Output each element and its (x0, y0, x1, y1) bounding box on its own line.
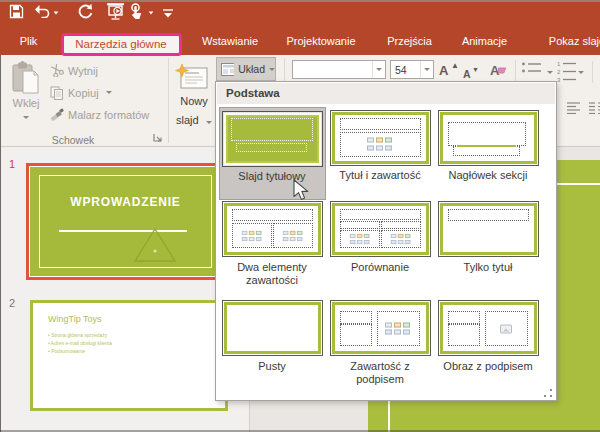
copy-dropdown-caret (106, 91, 112, 94)
tab-projektowanie[interactable]: Projektowanie (276, 30, 366, 53)
title-bar: PlikNarzędzia główneWstawianieProjektowa… (0, 0, 600, 55)
mini-slide-face (332, 302, 429, 354)
mini-slide-face (224, 113, 321, 165)
layout-label: Tytuł i zawartość (327, 169, 434, 182)
layout-option-blank[interactable]: Pusty (219, 297, 326, 373)
tab-pokaz-slajdów[interactable]: Pokaz slajdów (536, 30, 600, 53)
copy-button[interactable]: Kopiuj (50, 85, 112, 100)
new-slide-caret (206, 121, 212, 124)
undo-dropdown[interactable] (53, 3, 59, 23)
font-size-caret[interactable] (420, 61, 433, 78)
placeholder-dash-box (448, 122, 526, 146)
layout-thumbnail (438, 201, 539, 257)
placeholder-dash-box (340, 118, 421, 130)
paste-button[interactable]: Wklej (4, 58, 48, 128)
content-placeholder-icons (349, 234, 369, 244)
layout-option-title-only[interactable]: Tylko tytuł (435, 198, 542, 274)
align-text-icon[interactable] (565, 101, 582, 114)
layout-label: Porównanie (327, 261, 434, 274)
slide-2-title: WingTip Toys (48, 314, 102, 324)
increase-font-button[interactable]: A▲ (439, 61, 459, 78)
mini-slide-face (224, 203, 321, 255)
touch-mode-button[interactable] (129, 3, 144, 23)
format-painter-button[interactable]: Malarz formatów (50, 107, 149, 122)
layout-option-section[interactable]: Nagłówek sekcji (435, 107, 542, 183)
font-name-caret[interactable] (372, 61, 385, 78)
slide-1-thumbnail[interactable]: WPROWADZENIE (26, 163, 225, 280)
numbering-icon: 1 2 3 (557, 60, 579, 82)
undo-button[interactable] (35, 3, 50, 23)
layout-option-title-content[interactable]: Tytuł i zawartość (327, 107, 434, 183)
touch-mode-dropdown[interactable] (148, 3, 154, 23)
placeholder-dash-box (340, 311, 372, 324)
content-placeholder-icons (385, 322, 411, 335)
redo-icon (76, 3, 92, 23)
layout-option-two-content[interactable]: Dwa elementyzawartości (219, 198, 326, 287)
tab-plik[interactable]: Plik (8, 30, 49, 53)
placeholder-dash-box (381, 230, 421, 248)
save-button[interactable] (9, 3, 24, 23)
content-placeholder-icons (282, 230, 302, 240)
placeholder-dash-box (377, 311, 420, 346)
group-separator (168, 58, 169, 143)
placeholder-dash-box (340, 230, 380, 248)
layout-label: Obraz z podpisem (435, 360, 542, 373)
save-icon (9, 4, 24, 23)
svg-text:1: 1 (557, 61, 561, 67)
placeholder-dash-box (448, 311, 480, 324)
layout-option-content-caption[interactable]: Zawartość zpodpisem (327, 297, 434, 386)
layout-option-picture-caption[interactable]: Obraz z podpisem (435, 297, 542, 373)
placeholder-dash-box (232, 223, 272, 248)
clipboard-dialog-launcher-icon[interactable] (153, 133, 163, 143)
dropdown-resize-grip[interactable] (544, 389, 552, 397)
grip-dot (544, 395, 546, 397)
format-painter-icon (50, 108, 65, 122)
placeholder-dash-box (340, 221, 380, 229)
slide-2-bullets: • Strona główna sprzedaży • Adres e-mail… (48, 331, 112, 355)
tab-animacje[interactable]: Animacje (452, 30, 517, 53)
decrease-font-button[interactable]: A▼ (463, 64, 481, 78)
slide-1-green-background: WPROWADZENIE (30, 167, 221, 276)
copy-icon (50, 86, 64, 100)
layout-button[interactable]: Układ (216, 57, 276, 81)
layout-gallery-dropdown: Podstawa Slajd tytułowyTytuł i zawartość… (215, 81, 557, 401)
layout-label: Tylko tytuł (435, 261, 542, 274)
caret-down-icon (54, 11, 59, 14)
tab-narzędzia-główne[interactable]: Narzędzia główne (61, 33, 182, 57)
triangle-shape (133, 227, 177, 263)
layout-thumbnail (330, 201, 431, 257)
group-separator (515, 60, 516, 82)
undo-icon (35, 4, 50, 22)
content-placeholder-icons (390, 234, 410, 244)
tab-wstawianie[interactable]: Wstawianie (190, 30, 270, 53)
content-placeholder-icons (241, 230, 261, 240)
paste-icon (10, 61, 42, 95)
numbering-button[interactable]: 1 2 3 (557, 60, 584, 82)
layout-label: Dwa elementyzawartości (219, 261, 326, 287)
layout-label: Pusty (219, 360, 326, 373)
cut-button[interactable]: Wytnij (50, 63, 98, 78)
start-slideshow-button[interactable] (106, 3, 125, 23)
slide-2-thumbnail[interactable]: WingTip Toys • Strona główna sprzedaży •… (30, 300, 228, 411)
redo-button[interactable] (76, 3, 92, 23)
bullets-button[interactable] (521, 61, 553, 79)
paste-dropdown-caret (23, 116, 29, 119)
columns-icon[interactable] (588, 101, 600, 114)
placeholder-dash-box (453, 146, 520, 156)
svg-text:3: 3 (557, 77, 561, 83)
font-name-combobox[interactable] (292, 60, 386, 79)
new-slide-button[interactable]: Nowy slajd (172, 58, 216, 128)
content-placeholder-icons (367, 138, 393, 151)
mini-slide-face (332, 112, 429, 164)
placeholder-dash-box (485, 311, 528, 346)
new-slide-icon (175, 64, 209, 94)
powerpoint-window: 1 WPROWADZENIE 2 WingTip Toys • Strona g… (0, 0, 600, 432)
clear-formatting-button[interactable]: A (490, 61, 510, 78)
layout-label: Zawartość zpodpisem (327, 360, 434, 386)
font-size-combobox[interactable]: 54 (390, 60, 434, 79)
customize-qat-button[interactable] (163, 3, 173, 23)
layout-thumbnail (438, 110, 539, 166)
tab-przejścia[interactable]: Przejścia (379, 30, 440, 53)
mini-slide-face (440, 203, 537, 255)
layout-option-comparison[interactable]: Porównanie (327, 198, 434, 274)
